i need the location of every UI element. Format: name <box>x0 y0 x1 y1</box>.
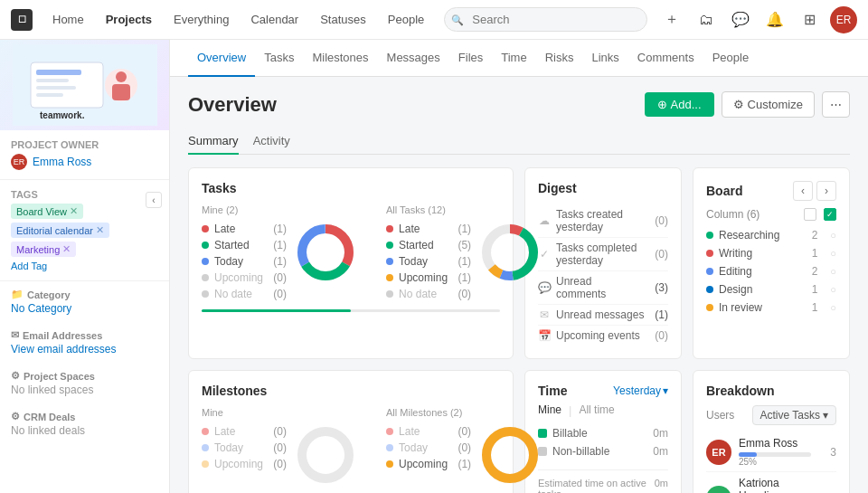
svg-point-19 <box>302 431 349 479</box>
milestone-all-upcoming[interactable]: Upcoming(1) <box>386 456 471 472</box>
board-prev-btn[interactable]: ‹ <box>793 181 813 201</box>
category-value[interactable]: No Category <box>11 302 158 315</box>
task-mine-late[interactable]: Late(1) <box>202 221 287 237</box>
board-next-btn[interactable]: › <box>816 181 836 201</box>
board-col-icon-5: ○ <box>830 302 836 313</box>
board-col-header: Column (6) ✓ <box>706 208 836 221</box>
nav-statuses[interactable]: Statuses <box>311 7 375 32</box>
tag-board-view[interactable]: Board View ✕ <box>11 204 83 219</box>
board-col-inreview[interactable]: In review 1 ○ <box>706 299 836 317</box>
tab-milestones[interactable]: Milestones <box>303 40 377 77</box>
project-spaces-section: ⚙ Project Spaces No linked spaces <box>0 363 169 403</box>
tasks-mine-chart <box>294 221 357 284</box>
digest-row-comments: 💬 Unread comments (3) <box>538 271 668 305</box>
tasks-progress-bar-container <box>202 309 500 312</box>
nav-people[interactable]: People <box>379 7 433 32</box>
active-tasks-btn[interactable]: Active Tasks ▾ <box>752 405 836 425</box>
search-wrapper <box>444 7 647 32</box>
task-all-nodate[interactable]: No date(0) <box>386 286 471 302</box>
board-widget: Board ‹ › Column (6) ✓ <box>693 167 850 359</box>
nav-projects[interactable]: Projects <box>97 7 161 32</box>
task-all-today[interactable]: Today(1) <box>386 253 471 270</box>
board-col-editing[interactable]: Editing 2 ○ <box>706 262 836 280</box>
more-button[interactable]: ⋯ <box>822 91 850 118</box>
owner-name[interactable]: Emma Ross <box>33 156 91 168</box>
user-row-katriona[interactable]: KH Katriona Heaslip 25% 3 <box>706 472 836 493</box>
time-tab-mine[interactable]: Mine <box>538 403 561 417</box>
user-info-emma: Emma Ross 25% <box>739 437 815 467</box>
tasks-mine-section: Mine (2) Late(1) Started(1) Today(1) Upc… <box>202 204 357 302</box>
add-tag-link[interactable]: Add Tag <box>11 261 158 271</box>
time-period-btn[interactable]: Yesterday ▾ <box>613 384 668 397</box>
tab-comments[interactable]: Comments <box>628 40 703 77</box>
task-all-upcoming[interactable]: Upcoming(1) <box>386 270 471 286</box>
breakdown-widget: Breakdown Users Active Tasks ▾ ER Emma R <box>693 370 850 493</box>
chat-icon-btn[interactable]: 💬 <box>727 6 754 33</box>
folder-icon-btn[interactable]: 🗂 <box>693 6 720 33</box>
customize-button[interactable]: ⚙ Customize <box>722 91 815 118</box>
board-col-design[interactable]: Design 1 ○ <box>706 280 836 299</box>
board-col-writing[interactable]: Writing 1 ○ <box>706 244 836 262</box>
tab-risks[interactable]: Risks <box>536 40 583 77</box>
sidebar-toggle[interactable]: ‹ <box>146 192 162 208</box>
nav-home[interactable]: Home <box>43 7 93 32</box>
task-mine-nodate[interactable]: No date(0) <box>202 286 287 302</box>
tab-links[interactable]: Links <box>582 40 627 77</box>
bell-icon-btn[interactable]: 🔔 <box>761 6 788 33</box>
tab-time[interactable]: Time <box>492 40 535 77</box>
search-input[interactable] <box>444 7 647 32</box>
tag-board-view-remove[interactable]: ✕ <box>70 205 78 217</box>
task-all-late[interactable]: Late(1) <box>386 221 471 237</box>
tab-overview[interactable]: Overview <box>188 40 255 77</box>
add-button[interactable]: ⊕ Add... <box>645 92 714 117</box>
tab-files[interactable]: Files <box>449 40 492 77</box>
add-icon-btn[interactable]: ＋ <box>658 6 685 33</box>
task-mine-today[interactable]: Today(1) <box>202 253 287 270</box>
tag-marketing[interactable]: Marketing ✕ <box>11 242 76 257</box>
milestone-mine-late[interactable]: Late(0) <box>202 423 287 440</box>
breakdown-users-label: Users <box>706 409 734 422</box>
sub-tab-summary[interactable]: Summary <box>188 128 239 155</box>
tag-marketing-remove[interactable]: ✕ <box>62 243 71 255</box>
milestones-mine-list: Late(0) Today(0) Upcoming(0) <box>202 423 287 472</box>
tasks-all-label: All Tasks (12) <box>386 204 542 215</box>
board-col-researching[interactable]: Researching 2 ○ <box>706 226 836 244</box>
milestones-all-content: Late(0) Today(0) Upcoming(1) <box>386 423 542 487</box>
time-row-billable: Billable 0m <box>538 424 668 442</box>
nav-everything[interactable]: Everything <box>165 7 238 32</box>
milestone-mine-today[interactable]: Today(0) <box>202 440 287 456</box>
sub-tab-activity[interactable]: Activity <box>253 128 290 155</box>
tasks-all-list: Late(1) Started(5) Today(1) Upcoming(1) … <box>386 221 471 302</box>
tab-people[interactable]: People <box>703 40 758 77</box>
tasks-all-content: Late(1) Started(5) Today(1) Upcoming(1) … <box>386 221 542 302</box>
user-row-emma[interactable]: ER Emma Ross 25% 3 <box>706 432 836 472</box>
tag-editorial[interactable]: Editorial calendar ✕ <box>11 223 109 238</box>
milestone-all-late[interactable]: Late(0) <box>386 423 471 440</box>
digest-row-events: 📅 Upcoming events (0) <box>538 326 668 346</box>
email-action-link[interactable]: View email addresses <box>11 343 158 356</box>
milestone-mine-upcoming[interactable]: Upcoming(0) <box>202 456 287 472</box>
svg-rect-3 <box>36 79 69 82</box>
sidebar-banner: teamwork. <box>0 40 169 130</box>
svg-text:teamwork.: teamwork. <box>40 110 85 120</box>
tab-messages[interactable]: Messages <box>378 40 449 77</box>
nav-calendar[interactable]: Calendar <box>241 7 307 32</box>
board-checkbox-unchecked[interactable] <box>804 208 816 221</box>
tab-tasks[interactable]: Tasks <box>255 40 303 77</box>
owner-avatar[interactable]: ER <box>11 154 27 170</box>
widgets-grid: Tasks Mine (2) Late(1) Started(1) Today(… <box>188 167 850 493</box>
chevron-down-icon-2: ▾ <box>823 409 828 422</box>
project-owner-section: Project Owner ER Emma Ross <box>0 130 169 180</box>
grid-icon-btn[interactable]: ⊞ <box>796 6 823 33</box>
app-logo[interactable]: ☐ <box>11 9 33 31</box>
task-mine-started[interactable]: Started(1) <box>202 237 287 253</box>
board-checkbox-checked[interactable]: ✓ <box>824 208 836 221</box>
time-tab-alltime[interactable]: All time <box>579 403 614 417</box>
user-avatar[interactable]: ER <box>830 6 857 33</box>
tag-editorial-remove[interactable]: ✕ <box>96 224 104 236</box>
milestone-all-today[interactable]: Today(0) <box>386 440 471 456</box>
nav-right-actions: ＋ 🗂 💬 🔔 ⊞ ER <box>658 6 857 33</box>
task-mine-upcoming[interactable]: Upcoming(0) <box>202 270 287 286</box>
task-all-started[interactable]: Started(5) <box>386 237 471 253</box>
svg-rect-1 <box>31 62 103 108</box>
